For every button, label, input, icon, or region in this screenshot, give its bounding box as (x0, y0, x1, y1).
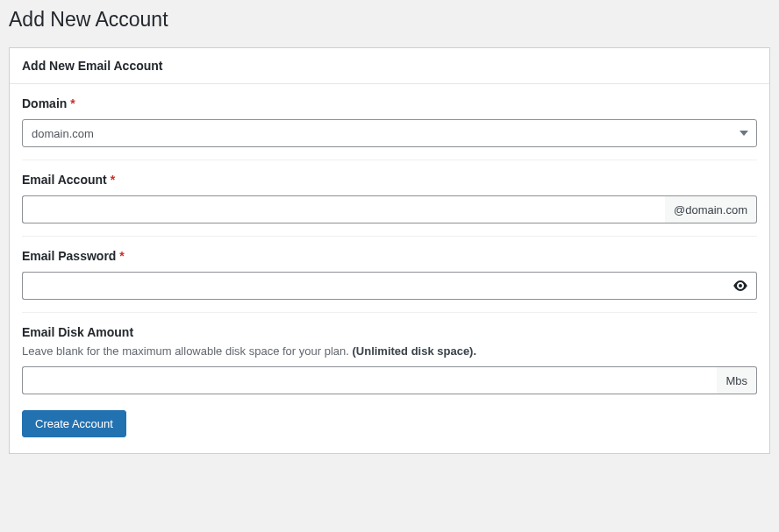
domain-label: Domain * (22, 96, 757, 110)
page-title: Add New Account (9, 0, 770, 47)
disk-helper-strong: (Unlimited disk space). (352, 344, 476, 358)
eye-icon (733, 280, 747, 291)
domain-label-text: Domain (22, 96, 67, 110)
disk-amount-input[interactable] (22, 366, 717, 394)
svg-point-0 (739, 284, 742, 287)
create-account-button[interactable]: Create Account (22, 410, 126, 437)
email-account-input-group: @domain.com (22, 195, 757, 223)
email-password-label: Email Password * (22, 249, 757, 263)
domain-select-wrap: domain.com (22, 119, 757, 147)
field-disk-amount: Email Disk Amount Leave blank for the ma… (22, 325, 757, 437)
disk-unit-suffix: Mbs (717, 366, 757, 394)
field-domain: Domain * domain.com (22, 96, 757, 160)
domain-select[interactable]: domain.com (22, 119, 757, 147)
email-password-input[interactable] (22, 272, 725, 300)
panel-body: Domain * domain.com Email Account * (10, 84, 769, 453)
email-account-label: Email Account * (22, 173, 757, 187)
panel-header: Add New Email Account (10, 48, 769, 84)
email-domain-suffix: @domain.com (665, 195, 757, 223)
disk-amount-input-group: Mbs (22, 366, 757, 394)
field-email-account: Email Account * @domain.com (22, 173, 757, 237)
required-mark: * (111, 173, 115, 187)
panel-add-email-account: Add New Email Account Domain * domain.co… (9, 47, 770, 454)
email-account-input[interactable] (22, 195, 665, 223)
required-mark: * (119, 249, 124, 263)
disk-amount-label: Email Disk Amount (22, 325, 757, 339)
email-password-label-text: Email Password (22, 249, 116, 263)
disk-helper-text: Leave blank for the maximum allowable di… (22, 344, 352, 358)
email-account-label-text: Email Account (22, 173, 107, 187)
email-password-input-group (22, 272, 757, 300)
toggle-password-visibility[interactable] (725, 272, 757, 300)
disk-amount-helper: Leave blank for the maximum allowable di… (22, 344, 757, 358)
required-mark: * (70, 96, 75, 110)
field-email-password: Email Password * (22, 249, 757, 313)
